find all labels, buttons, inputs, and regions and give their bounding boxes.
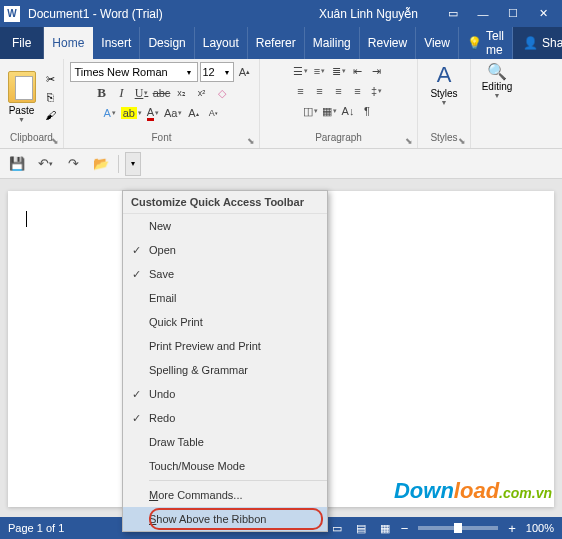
align-center-button[interactable]: ≡ bbox=[311, 82, 329, 100]
menu-item-label: Draw Table bbox=[149, 436, 204, 448]
clipboard-launcher-icon[interactable]: ⬊ bbox=[51, 136, 59, 146]
text-cursor bbox=[26, 211, 27, 227]
print-layout-button[interactable]: ▤ bbox=[349, 519, 373, 537]
menu-show-above-ribbon[interactable]: Show Above the Ribbon bbox=[123, 507, 327, 531]
editing-button[interactable]: 🔍 Editing ▼ bbox=[475, 62, 519, 132]
tab-home[interactable]: Home bbox=[44, 27, 93, 59]
ribbon: Paste ▼ ✂ ⎘ 🖌 Clipboard⬊ Times New Roman… bbox=[0, 59, 562, 149]
menu-item-quick-print[interactable]: Quick Print bbox=[123, 310, 327, 334]
menu-item-draw-table[interactable]: Draw Table bbox=[123, 430, 327, 454]
strikethrough-button[interactable]: abc bbox=[153, 84, 171, 102]
tab-references[interactable]: Referer bbox=[248, 27, 305, 59]
bold-button[interactable]: B bbox=[93, 84, 111, 102]
change-case-button[interactable]: Aa▾ bbox=[164, 104, 182, 122]
quick-access-toolbar: 💾 ↶▾ ↷ 📂 ▾ bbox=[0, 149, 562, 179]
text-effects-button[interactable]: A▾ bbox=[101, 104, 119, 122]
subscript-button[interactable]: x₂ bbox=[173, 84, 191, 102]
zoom-out-button[interactable]: − bbox=[397, 521, 413, 536]
tab-file[interactable]: File bbox=[0, 27, 44, 59]
show-marks-button[interactable]: ¶ bbox=[358, 102, 376, 120]
zoom-thumb[interactable] bbox=[454, 523, 462, 533]
grow-font-button[interactable]: A▴ bbox=[236, 63, 254, 81]
menu-item-print-preview-and-print[interactable]: Print Preview and Print bbox=[123, 334, 327, 358]
paragraph-label: Paragraph bbox=[315, 132, 362, 143]
align-right-button[interactable]: ≡ bbox=[330, 82, 348, 100]
editing-label: Editing bbox=[482, 81, 513, 92]
paragraph-launcher-icon[interactable]: ⬊ bbox=[405, 136, 413, 146]
qat-save-button[interactable]: 💾 bbox=[6, 153, 28, 175]
share-button[interactable]: 👤 Share bbox=[513, 27, 562, 59]
tell-me-search[interactable]: 💡 Tell me bbox=[459, 27, 513, 59]
read-mode-button[interactable]: ▭ bbox=[325, 519, 349, 537]
decrease-indent-button[interactable]: ⇤ bbox=[349, 62, 367, 80]
qat-customize-button[interactable]: ▾ bbox=[125, 152, 141, 176]
menu-item-email[interactable]: Email bbox=[123, 286, 327, 310]
minimize-icon[interactable]: — bbox=[468, 0, 498, 27]
tab-design[interactable]: Design bbox=[140, 27, 194, 59]
borders-button[interactable]: ▦▾ bbox=[320, 102, 338, 120]
clipboard-label: Clipboard bbox=[10, 132, 53, 143]
italic-button[interactable]: I bbox=[113, 84, 131, 102]
zoom-level[interactable]: 100% bbox=[526, 522, 554, 534]
zoom-in-button[interactable]: + bbox=[504, 521, 520, 536]
qat-open-button[interactable]: 📂 bbox=[90, 153, 112, 175]
qat-undo-button[interactable]: ↶▾ bbox=[34, 153, 56, 175]
menu-item-spelling-grammar[interactable]: Spelling & Grammar bbox=[123, 358, 327, 382]
numbering-button[interactable]: ≡▾ bbox=[311, 62, 329, 80]
font-launcher-icon[interactable]: ⬊ bbox=[247, 136, 255, 146]
menu-more-commands[interactable]: More Commands... bbox=[123, 483, 327, 507]
paste-button[interactable]: Paste ▼ bbox=[4, 71, 39, 123]
clear-formatting-button[interactable]: ◇ bbox=[213, 84, 231, 102]
menu-item-new[interactable]: New bbox=[123, 214, 327, 238]
share-label: Share bbox=[542, 36, 562, 50]
tab-insert[interactable]: Insert bbox=[93, 27, 140, 59]
font-label: Font bbox=[151, 132, 171, 143]
multilevel-button[interactable]: ≣▾ bbox=[330, 62, 348, 80]
bullets-button[interactable]: ☰▾ bbox=[292, 62, 310, 80]
cut-button[interactable]: ✂ bbox=[41, 71, 59, 87]
font-name-select[interactable]: Times New Roman▼ bbox=[70, 62, 198, 82]
font-size-select[interactable]: 12▼ bbox=[200, 62, 234, 82]
group-editing: 🔍 Editing ▼ bbox=[471, 59, 523, 148]
word-icon: W bbox=[4, 6, 20, 22]
tab-mailings[interactable]: Mailing bbox=[305, 27, 360, 59]
tab-view[interactable]: View bbox=[416, 27, 459, 59]
tell-me-label: Tell me bbox=[486, 29, 504, 57]
menu-item-label: New bbox=[149, 220, 171, 232]
align-left-button[interactable]: ≡ bbox=[292, 82, 310, 100]
zoom-slider[interactable] bbox=[418, 526, 498, 530]
group-clipboard: Paste ▼ ✂ ⎘ 🖌 Clipboard⬊ bbox=[0, 59, 64, 148]
highlight-button[interactable]: ab▾ bbox=[121, 104, 142, 122]
menu-item-label: Save bbox=[149, 268, 174, 280]
qat-menu-title: Customize Quick Access Toolbar bbox=[123, 191, 327, 214]
menu-item-touch-mouse-mode[interactable]: Touch/Mouse Mode bbox=[123, 454, 327, 478]
format-painter-button[interactable]: 🖌 bbox=[41, 107, 59, 123]
superscript-button[interactable]: x² bbox=[193, 84, 211, 102]
maximize-icon[interactable]: ☐ bbox=[498, 0, 528, 27]
justify-button[interactable]: ≡ bbox=[349, 82, 367, 100]
close-icon[interactable]: ✕ bbox=[528, 0, 558, 27]
web-layout-button[interactable]: ▦ bbox=[373, 519, 397, 537]
copy-button[interactable]: ⎘ bbox=[41, 89, 59, 105]
menu-item-open[interactable]: ✓Open bbox=[123, 238, 327, 262]
menu-item-undo[interactable]: ✓Undo bbox=[123, 382, 327, 406]
title-bar: W Document1 - Word (Trial) Xuân Linh Ngu… bbox=[0, 0, 562, 27]
menu-item-save[interactable]: ✓Save bbox=[123, 262, 327, 286]
sort-button[interactable]: A↓ bbox=[339, 102, 357, 120]
styles-launcher-icon[interactable]: ⬊ bbox=[458, 136, 466, 146]
increase-indent-button[interactable]: ⇥ bbox=[368, 62, 386, 80]
styles-button[interactable]: A Styles ▼ bbox=[422, 62, 466, 132]
menu-item-redo[interactable]: ✓Redo bbox=[123, 406, 327, 430]
group-styles: A Styles ▼ Styles⬊ bbox=[418, 59, 471, 148]
qat-redo-button[interactable]: ↷ bbox=[62, 153, 84, 175]
shading-button[interactable]: ◫▾ bbox=[301, 102, 319, 120]
styles-label: Styles bbox=[430, 88, 457, 99]
tab-review[interactable]: Review bbox=[360, 27, 416, 59]
line-spacing-button[interactable]: ‡▾ bbox=[368, 82, 386, 100]
grow-font2-button[interactable]: A▴ bbox=[184, 104, 202, 122]
font-color-button[interactable]: A▾ bbox=[144, 104, 162, 122]
ribbon-display-icon[interactable]: ▭ bbox=[438, 0, 468, 27]
tab-layout[interactable]: Layout bbox=[195, 27, 248, 59]
shrink-font-button[interactable]: A▾ bbox=[204, 104, 222, 122]
underline-button[interactable]: U▾ bbox=[133, 84, 151, 102]
